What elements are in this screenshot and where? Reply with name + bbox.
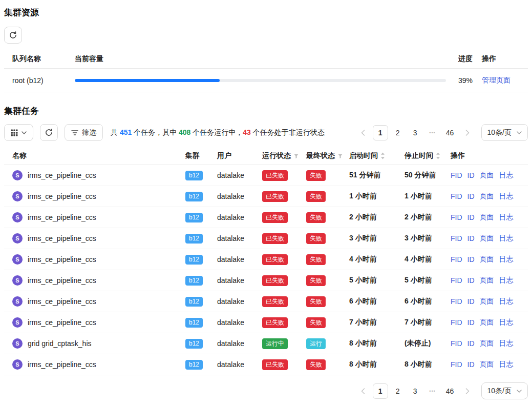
id-link[interactable]: ID [467,276,475,285]
sort-icon[interactable] [436,152,440,159]
pagination-page-46[interactable]: 46 [442,125,458,140]
name-cell: S grid grid_cptask_his [12,338,185,349]
progress-fill [75,79,220,82]
run-status-badge: 已失败 [262,275,288,286]
actions-cell: FID ID 页面 日志 [451,234,528,243]
table-row: S irms_ce_pipeline_ccs b12 datalake 已失败 … [4,291,528,312]
spark-avatar: S [12,170,23,180]
page-link[interactable]: 页面 [480,360,494,369]
run-status-badge: 已失败 [262,317,288,328]
run-status-badge: 已失败 [262,359,288,370]
column-header-label: 操作 [451,151,465,160]
pagination-page-3[interactable]: 3 [408,125,423,140]
id-link[interactable]: ID [467,360,475,369]
tasks-table-header: 名称 集群 用户 运行状态 最终状态 启动时间 [4,147,528,165]
cluster-badge: b12 [185,255,203,265]
page-link[interactable]: 页面 [480,234,494,243]
page-link[interactable]: 页面 [480,171,494,180]
stop-time: 8 小时前 [405,360,451,369]
actions-cell: FID ID 页面 日志 [451,171,528,180]
page-link[interactable]: 页面 [480,255,494,264]
pagination-ellipsis[interactable]: ••• [425,383,440,399]
id-link[interactable]: ID [467,297,475,306]
start-time: 51 分钟前 [349,171,405,180]
id-link[interactable]: ID [467,318,475,327]
filter-funnel-icon[interactable] [293,153,299,159]
fid-link[interactable]: FID [451,192,462,200]
column-settings-button[interactable] [4,124,33,141]
page-link[interactable]: 页面 [480,192,494,201]
page-link[interactable]: 页面 [480,297,494,306]
log-link[interactable]: 日志 [499,318,514,327]
spark-avatar: S [12,233,23,244]
pagination-page-2[interactable]: 2 [390,383,406,399]
filter-funnel-icon[interactable] [337,153,343,159]
id-link[interactable]: ID [467,234,475,242]
fid-link[interactable]: FID [451,318,462,327]
pagination-page-2[interactable]: 2 [390,125,406,140]
table-row: S irms_ce_pipeline_ccs b12 datalake 已失败 … [4,354,528,375]
log-link[interactable]: 日志 [499,192,514,201]
sort-icon[interactable] [380,152,385,159]
page-size-select-bottom[interactable]: 10条/页 [481,382,528,399]
summary-total-count: 451 [120,128,132,136]
id-link[interactable]: ID [467,213,475,221]
pagination-next[interactable] [460,383,475,399]
final-status-cell: 失败 [306,170,349,181]
fid-link[interactable]: FID [451,339,462,348]
fid-link[interactable]: FID [451,276,462,285]
pagination-page-3[interactable]: 3 [408,383,423,399]
pagination-prev[interactable] [355,125,371,140]
filter-button[interactable]: 筛选 [65,124,103,141]
actions-cell: FID ID 页面 日志 [451,255,528,264]
resources-refresh-button[interactable] [4,27,22,44]
fid-link[interactable]: FID [451,234,462,242]
page-size-value: 10条/页 [487,128,512,137]
fid-link[interactable]: FID [451,255,462,264]
pagination-next[interactable] [460,125,475,140]
page-link[interactable]: 页面 [480,213,494,222]
log-link[interactable]: 日志 [499,339,514,348]
pagination-page-46[interactable]: 46 [442,383,458,399]
task-name: grid grid_cptask_his [28,339,92,348]
fid-link[interactable]: FID [451,213,462,221]
run-status-cell: 已失败 [262,212,306,223]
page-link[interactable]: 页面 [480,339,494,348]
fid-link[interactable]: FID [451,171,462,179]
log-link[interactable]: 日志 [499,213,514,222]
run-status-badge: 已失败 [262,170,288,181]
stop-time: 3 小时前 [405,234,451,243]
page-size-select-top[interactable]: 10条/页 [481,124,528,141]
pagination-page-1[interactable]: 1 [373,383,388,399]
pagination-prev[interactable] [355,383,371,399]
page-link[interactable]: 页面 [480,318,494,327]
column-header-user: 用户 [217,151,262,160]
log-link[interactable]: 日志 [499,255,514,264]
pagination-page-1[interactable]: 1 [373,125,388,140]
log-link[interactable]: 日志 [499,234,514,243]
manage-page-link[interactable]: 管理页面 [482,76,510,84]
final-status-cell: 失败 [306,275,349,286]
page-link[interactable]: 页面 [480,276,494,285]
final-status-cell: 失败 [306,254,349,265]
id-link[interactable]: ID [467,255,475,264]
tasks-refresh-button[interactable] [40,124,58,141]
page: 集群资源 队列名称 当前容量 进度 操作 root (b12) [0,0,532,399]
queue-name: root (b12) [12,76,75,85]
stop-time: 50 分钟前 [405,171,451,180]
pagination-bottom: 1 2 3 ••• 46 [355,383,475,399]
pagination-ellipsis[interactable]: ••• [425,125,440,140]
id-link[interactable]: ID [467,192,475,200]
start-time: 1 小时前 [349,192,405,201]
cluster-resources-title: 集群资源 [4,7,528,18]
fid-link[interactable]: FID [451,297,462,306]
id-link[interactable]: ID [467,171,475,179]
log-link[interactable]: 日志 [499,276,514,285]
log-link[interactable]: 日志 [499,297,514,306]
toolbar-right: 1 2 3 ••• 46 10条/页 [355,124,528,141]
log-link[interactable]: 日志 [499,360,514,369]
fid-link[interactable]: FID [451,360,462,369]
log-link[interactable]: 日志 [499,171,514,180]
chevron-down-icon [517,390,522,393]
id-link[interactable]: ID [467,339,475,348]
